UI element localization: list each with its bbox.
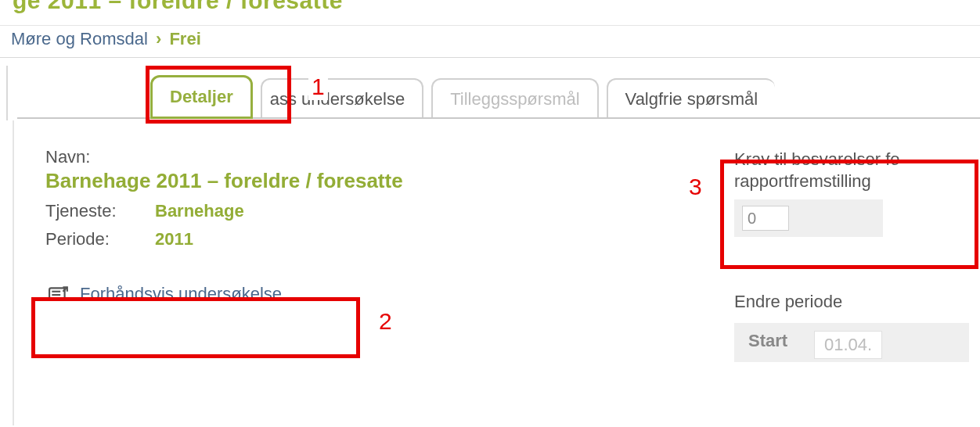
preview-survey-link[interactable]: Forhåndsvis undersøkelse bbox=[45, 276, 296, 312]
breadcrumb: Møre og Romsdal › Frei bbox=[0, 25, 980, 58]
breadcrumb-parent[interactable]: Møre og Romsdal bbox=[11, 29, 148, 48]
tab-bar: Detaljer ass undersøkelse Tilleggsspørsm… bbox=[17, 74, 980, 117]
krav-input-wrap bbox=[734, 199, 883, 237]
endre-periode-label: Endre periode bbox=[734, 292, 977, 312]
tab-tilleggssporsmal: Tilleggsspørsmål bbox=[431, 78, 598, 119]
start-date-field[interactable]: 01.04. bbox=[814, 331, 882, 359]
breadcrumb-current: Frei bbox=[169, 29, 200, 48]
breadcrumb-separator-icon: › bbox=[156, 29, 161, 48]
tab-detaljer[interactable]: Detaljer bbox=[150, 75, 253, 119]
tjeneste-label: Tjeneste: bbox=[45, 201, 155, 221]
preview-icon bbox=[49, 285, 69, 303]
tab-valgfrie-sporsmal[interactable]: Valgfrie spørsmål bbox=[607, 78, 776, 119]
preview-survey-label: Forhåndsvis undersøkelse bbox=[80, 284, 282, 304]
tab-tilpass-undersokelse[interactable]: ass undersøkelse bbox=[261, 78, 423, 119]
krav-input[interactable] bbox=[742, 206, 789, 231]
start-row: Start 01.04. bbox=[734, 323, 969, 362]
krav-label: Krav til besvarelser fo rapportfremstill… bbox=[734, 149, 977, 192]
periode-label: Periode: bbox=[45, 229, 155, 249]
start-label: Start bbox=[748, 331, 814, 351]
tjeneste-value: Barnehage bbox=[155, 201, 244, 221]
page-title-cut: ge 2011 – foreldre / foresatte bbox=[0, 0, 980, 14]
periode-value: 2011 bbox=[155, 229, 193, 249]
